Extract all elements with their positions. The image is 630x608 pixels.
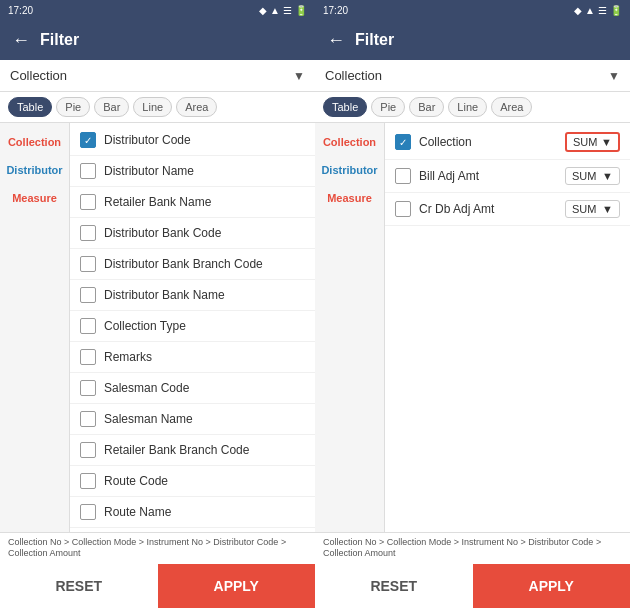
tabs-row-left: Table Pie Bar Line Area xyxy=(0,92,315,123)
sidebar-collection-left[interactable]: Collection xyxy=(0,128,69,156)
list-item-cr-db[interactable]: Cr Db Adj Amt SUM ▼ xyxy=(385,193,630,226)
sum-dropdown-bill-adj[interactable]: SUM ▼ xyxy=(565,167,620,185)
checkbox-salesman-name[interactable] xyxy=(80,411,96,427)
item-label: Retailer Bank Branch Code xyxy=(104,443,249,457)
list-item[interactable]: Distributor Code xyxy=(70,125,315,156)
item-label: Distributor Bank Code xyxy=(104,226,221,240)
items-list-right: Collection SUM ▼ Bill Adj Amt SUM ▼ xyxy=(385,123,630,532)
collection-dropdown-left[interactable]: Collection ▼ xyxy=(0,60,315,92)
sum-label-collection: SUM xyxy=(573,136,597,148)
signal-icon: ☰ xyxy=(283,5,292,16)
list-item[interactable]: Salesman Code xyxy=(70,373,315,404)
breadcrumb-right: Collection No > Collection Mode > Instru… xyxy=(315,532,630,564)
sidebar-measure-left[interactable]: Measure xyxy=(0,184,69,212)
checkbox-cr-db[interactable] xyxy=(395,201,411,217)
tab-table-right[interactable]: Table xyxy=(323,97,367,117)
right-screen: 17:20 ◆ ▲ ☰ 🔋 ← Filter Collection ▼ Tabl… xyxy=(315,0,630,608)
reset-button-right[interactable]: RESET xyxy=(315,564,473,608)
list-item[interactable]: Distributor Bank Code xyxy=(70,218,315,249)
dropdown-label-left: Collection xyxy=(10,68,67,83)
checkbox-bill-adj[interactable] xyxy=(395,168,411,184)
checkbox-retailer-bank-branch[interactable] xyxy=(80,442,96,458)
sidebar-right: Collection Distributor Measure xyxy=(315,123,385,532)
tab-area-left[interactable]: Area xyxy=(176,97,217,117)
dropdown-label-right: Collection xyxy=(325,68,382,83)
list-item[interactable]: Retailer Bank Name xyxy=(70,187,315,218)
back-button-right[interactable]: ← xyxy=(327,30,345,51)
checkbox-distributor-code[interactable] xyxy=(80,132,96,148)
sidebar-distributor-left[interactable]: Distributor xyxy=(0,156,69,184)
wifi-icon-r: ▲ xyxy=(585,5,595,16)
bluetooth-icon-r: ◆ xyxy=(574,5,582,16)
list-item[interactable]: Retailer Bank Branch Code xyxy=(70,435,315,466)
list-item[interactable]: Distributor Bank Branch Code xyxy=(70,249,315,280)
checkbox-dist-bank-branch-code[interactable] xyxy=(80,256,96,272)
header-left: ← Filter xyxy=(0,20,315,60)
signal-icon-r: ☰ xyxy=(598,5,607,16)
checkbox-route-name[interactable] xyxy=(80,504,96,520)
item-label: Collection Type xyxy=(104,319,186,333)
item-label: Retailer Bank Name xyxy=(104,195,211,209)
checkbox-collection-right[interactable] xyxy=(395,134,411,150)
tab-area-right[interactable]: Area xyxy=(491,97,532,117)
sum-label-bill-adj: SUM xyxy=(572,170,596,182)
list-item[interactable]: Distributor Name xyxy=(70,156,315,187)
tab-bar-left[interactable]: Bar xyxy=(94,97,129,117)
header-title-right: Filter xyxy=(355,31,394,49)
checkbox-distributor-bank-code[interactable] xyxy=(80,225,96,241)
checkbox-collection-type[interactable] xyxy=(80,318,96,334)
sidebar-collection-right[interactable]: Collection xyxy=(315,128,384,156)
sum-dropdown-collection[interactable]: SUM ▼ xyxy=(565,132,620,152)
apply-button-left[interactable]: APPLY xyxy=(158,564,316,608)
item-label: Salesman Name xyxy=(104,412,193,426)
item-label: Remarks xyxy=(104,350,152,364)
dropdown-arrow-left: ▼ xyxy=(293,69,305,83)
sidebar-measure-right[interactable]: Measure xyxy=(315,184,384,212)
tab-bar-right[interactable]: Bar xyxy=(409,97,444,117)
list-item[interactable]: Route Name xyxy=(70,497,315,528)
header-right: ← Filter xyxy=(315,20,630,60)
list-item[interactable]: Distributor Bank Name xyxy=(70,280,315,311)
checkbox-dist-bank-name[interactable] xyxy=(80,287,96,303)
tab-line-left[interactable]: Line xyxy=(133,97,172,117)
apply-button-right[interactable]: APPLY xyxy=(473,564,631,608)
breadcrumb-left: Collection No > Collection Mode > Instru… xyxy=(0,532,315,564)
sidebar-distributor-right[interactable]: Distributor xyxy=(315,156,384,184)
wifi-icon: ▲ xyxy=(270,5,280,16)
tab-pie-left[interactable]: Pie xyxy=(56,97,90,117)
battery-icon: 🔋 xyxy=(295,5,307,16)
list-item-collection[interactable]: Collection SUM ▼ xyxy=(385,125,630,160)
status-time-left: 17:20 xyxy=(8,5,33,16)
checkbox-route-code[interactable] xyxy=(80,473,96,489)
tab-pie-right[interactable]: Pie xyxy=(371,97,405,117)
header-title-left: Filter xyxy=(40,31,79,49)
checkbox-retailer-bank-name[interactable] xyxy=(80,194,96,210)
sum-dropdown-cr-db[interactable]: SUM ▼ xyxy=(565,200,620,218)
content-area-right: Collection Distributor Measure Collectio… xyxy=(315,123,630,532)
sum-label-cr-db: SUM xyxy=(572,203,596,215)
list-item[interactable]: Collection Type xyxy=(70,311,315,342)
item-label: Salesman Code xyxy=(104,381,189,395)
item-label-cr-db: Cr Db Adj Amt xyxy=(419,202,494,216)
checkbox-distributor-name[interactable] xyxy=(80,163,96,179)
list-item[interactable]: Route Code xyxy=(70,466,315,497)
tabs-row-right: Table Pie Bar Line Area xyxy=(315,92,630,123)
list-item[interactable]: Remarks xyxy=(70,342,315,373)
status-icons-left: ◆ ▲ ☰ 🔋 xyxy=(259,5,307,16)
sum-arrow-cr-db: ▼ xyxy=(602,203,613,215)
checkbox-salesman-code[interactable] xyxy=(80,380,96,396)
item-label: Distributor Name xyxy=(104,164,194,178)
checkbox-remarks[interactable] xyxy=(80,349,96,365)
back-button-left[interactable]: ← xyxy=(12,30,30,51)
reset-button-left[interactable]: RESET xyxy=(0,564,158,608)
status-icons-right: ◆ ▲ ☰ 🔋 xyxy=(574,5,622,16)
item-label: Distributor Bank Branch Code xyxy=(104,257,263,271)
sidebar-left: Collection Distributor Measure xyxy=(0,123,70,532)
list-item-bill-adj[interactable]: Bill Adj Amt SUM ▼ xyxy=(385,160,630,193)
collection-dropdown-right[interactable]: Collection ▼ xyxy=(315,60,630,92)
tab-table-left[interactable]: Table xyxy=(8,97,52,117)
footer-buttons-right: RESET APPLY xyxy=(315,564,630,608)
battery-icon-r: 🔋 xyxy=(610,5,622,16)
list-item[interactable]: Salesman Name xyxy=(70,404,315,435)
tab-line-right[interactable]: Line xyxy=(448,97,487,117)
